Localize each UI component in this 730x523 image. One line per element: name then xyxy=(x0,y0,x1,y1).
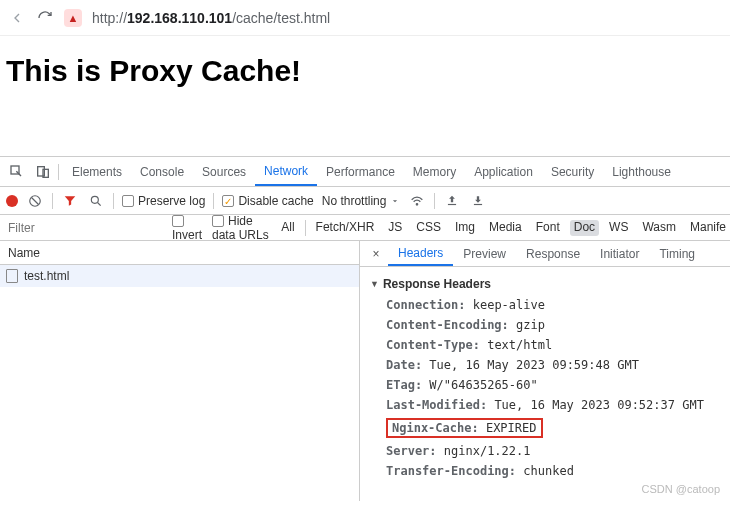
devtools-panel: ElementsConsoleSourcesNetworkPerformance… xyxy=(0,156,730,501)
header-line: ETag: W/"64635265-60" xyxy=(370,375,720,395)
tab-memory[interactable]: Memory xyxy=(404,157,465,186)
hide-data-urls-checkbox[interactable]: Hide data URLs xyxy=(212,214,271,242)
separator xyxy=(52,193,53,209)
url-host: 192.168.110.101 xyxy=(127,10,232,26)
svg-point-5 xyxy=(417,203,418,204)
address-bar[interactable]: http:// 192.168.110.101 /cache/test.html xyxy=(92,10,330,26)
header-line: Nginx-Cache: EXPIRED xyxy=(370,415,720,441)
filter-type-doc[interactable]: Doc xyxy=(570,220,599,236)
filter-type-wasm[interactable]: Wasm xyxy=(638,220,680,236)
detail-tab-preview[interactable]: Preview xyxy=(453,241,516,266)
header-line: Last-Modified: Tue, 16 May 2023 09:52:37… xyxy=(370,395,720,415)
header-line: Content-Type: text/html xyxy=(370,335,720,355)
filter-type-css[interactable]: CSS xyxy=(412,220,445,236)
file-icon xyxy=(6,269,18,283)
page-content: This is Proxy Cache! xyxy=(0,36,730,156)
tab-network[interactable]: Network xyxy=(255,157,317,186)
detail-tab-initiator[interactable]: Initiator xyxy=(590,241,649,266)
filter-type-img[interactable]: Img xyxy=(451,220,479,236)
tab-lighthouse[interactable]: Lighthouse xyxy=(603,157,680,186)
filter-type-manife[interactable]: Manife xyxy=(686,220,730,236)
filter-icon[interactable] xyxy=(61,192,79,210)
device-toggle-icon[interactable] xyxy=(32,161,54,183)
detail-tab-headers[interactable]: Headers xyxy=(388,241,453,266)
tab-application[interactable]: Application xyxy=(465,157,542,186)
url-protocol: http:// xyxy=(92,10,127,26)
svg-rect-7 xyxy=(474,203,482,204)
clear-icon[interactable] xyxy=(26,192,44,210)
url-path: /cache/test.html xyxy=(232,10,330,26)
preserve-log-checkbox[interactable]: Preserve log xyxy=(122,194,205,208)
upload-icon[interactable] xyxy=(443,192,461,210)
request-list: Name test.html xyxy=(0,241,360,501)
back-button[interactable] xyxy=(8,9,26,27)
invert-checkbox[interactable]: Invert xyxy=(172,214,202,242)
detail-pane: × HeadersPreviewResponseInitiatorTiming … xyxy=(360,241,730,501)
filter-type-fetchxhr[interactable]: Fetch/XHR xyxy=(312,220,379,236)
header-line: Content-Encoding: gzip xyxy=(370,315,720,335)
wifi-icon[interactable] xyxy=(408,192,426,210)
svg-rect-6 xyxy=(448,203,456,204)
response-headers-section[interactable]: Response Headers xyxy=(370,273,720,295)
separator xyxy=(305,220,306,236)
download-icon[interactable] xyxy=(469,192,487,210)
svg-point-4 xyxy=(91,196,98,203)
filter-input[interactable] xyxy=(0,215,166,240)
disable-cache-checkbox[interactable]: Disable cache xyxy=(222,194,313,208)
tab-security[interactable]: Security xyxy=(542,157,603,186)
header-line: Connection: keep-alive xyxy=(370,295,720,315)
filter-type-js[interactable]: JS xyxy=(384,220,406,236)
filter-type-media[interactable]: Media xyxy=(485,220,526,236)
filter-type-list: AllFetch/XHRJSCSSImgMediaFontDocWSWasmMa… xyxy=(277,220,730,236)
header-line: Date: Tue, 16 May 2023 09:59:48 GMT xyxy=(370,355,720,375)
tab-performance[interactable]: Performance xyxy=(317,157,404,186)
separator xyxy=(434,193,435,209)
close-detail-icon[interactable]: × xyxy=(366,247,386,261)
tab-console[interactable]: Console xyxy=(131,157,193,186)
security-warning-icon[interactable]: ▲ xyxy=(64,9,82,27)
filter-type-font[interactable]: Font xyxy=(532,220,564,236)
header-line: Transfer-Encoding: chunked xyxy=(370,461,720,481)
filter-type-all[interactable]: All xyxy=(277,220,298,236)
filter-type-ws[interactable]: WS xyxy=(605,220,632,236)
page-heading: This is Proxy Cache! xyxy=(6,54,724,88)
search-icon[interactable] xyxy=(87,192,105,210)
filter-row: Invert Hide data URLs AllFetch/XHRJSCSSI… xyxy=(0,215,730,241)
tab-elements[interactable]: Elements xyxy=(63,157,131,186)
separator xyxy=(213,193,214,209)
column-header-name[interactable]: Name xyxy=(0,241,359,265)
tab-sources[interactable]: Sources xyxy=(193,157,255,186)
devtools-tabstrip: ElementsConsoleSourcesNetworkPerformance… xyxy=(0,157,730,187)
reload-button[interactable] xyxy=(36,9,54,27)
request-row[interactable]: test.html xyxy=(0,265,359,287)
separator xyxy=(113,193,114,209)
detail-tab-timing[interactable]: Timing xyxy=(649,241,705,266)
throttling-select[interactable]: No throttling xyxy=(322,194,401,208)
inspect-icon[interactable] xyxy=(6,161,28,183)
request-name: test.html xyxy=(24,269,69,283)
detail-tab-response[interactable]: Response xyxy=(516,241,590,266)
header-line: Server: nginx/1.22.1 xyxy=(370,441,720,461)
record-button[interactable] xyxy=(6,195,18,207)
network-toolbar: Preserve log Disable cache No throttling xyxy=(0,187,730,215)
separator xyxy=(58,164,59,180)
watermark: CSDN @catoop xyxy=(642,483,720,495)
